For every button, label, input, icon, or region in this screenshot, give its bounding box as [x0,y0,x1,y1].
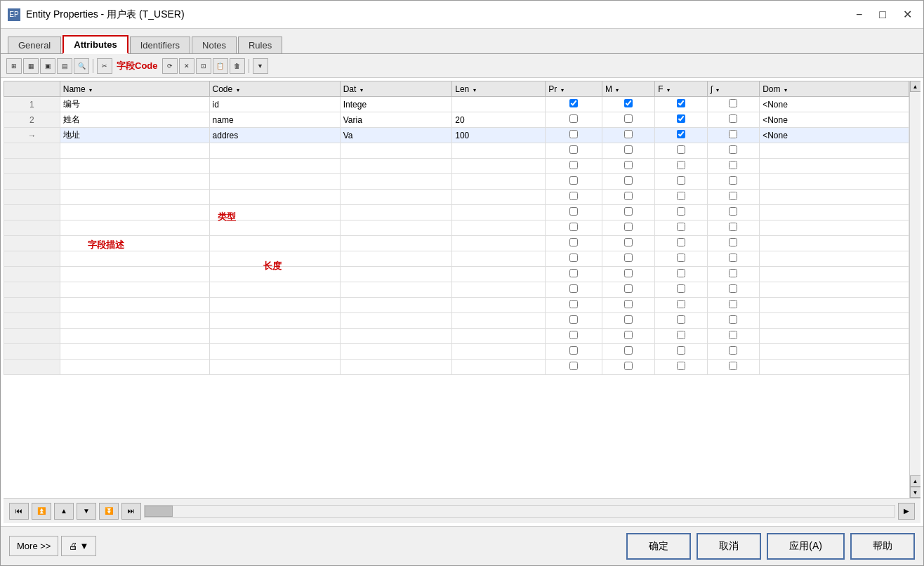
code-cell[interactable]: name [209,112,340,128]
f-cell[interactable] [655,344,707,360]
table-row[interactable]: 1编号idIntege<None [4,97,909,112]
length-cell[interactable]: 20 [452,112,546,128]
pr-checkbox[interactable] [569,223,578,231]
toolbar-btn-7[interactable]: ✕ [179,58,194,74]
code-cell[interactable] [209,282,340,298]
table-row[interactable] [4,298,909,313]
pr-cell[interactable] [546,329,602,344]
nav-prevprev-button[interactable]: ⏫ [32,503,51,520]
name-cell[interactable] [60,267,209,282]
domain-cell[interactable] [760,267,909,282]
f-cell[interactable] [655,360,707,375]
m-cell[interactable] [602,344,654,360]
pr-cell[interactable] [546,360,602,375]
table-row[interactable] [4,344,909,360]
t-cell[interactable] [707,97,759,112]
name-cell[interactable] [60,143,209,159]
table-row[interactable] [4,221,909,236]
f-cell[interactable] [655,329,707,344]
name-cell[interactable] [60,205,209,221]
name-cell[interactable] [60,344,209,360]
tab-identifiers[interactable]: Identifiers [130,37,190,54]
f-cell[interactable] [655,143,707,159]
domain-cell[interactable]: <None [760,97,909,112]
t-cell[interactable] [707,174,759,190]
toolbar-btn-cut[interactable]: ✂ [97,58,112,74]
col-header-length[interactable]: Len ▾ [452,81,546,97]
name-cell[interactable] [60,313,209,329]
length-cell[interactable] [452,329,546,344]
t-cell[interactable] [707,344,759,360]
domain-cell[interactable] [760,174,909,190]
table-row[interactable] [4,190,909,205]
f-cell[interactable] [655,251,707,267]
toolbar-btn-1[interactable]: ⊞ [6,58,22,74]
t-cell[interactable] [707,313,759,329]
m-cell[interactable] [602,267,654,282]
h-scroll-right-button[interactable]: ▶ [898,503,915,520]
tab-rules[interactable]: Rules [238,37,282,54]
t-checkbox[interactable] [729,114,737,123]
t-cell[interactable] [707,282,759,298]
m-checkbox[interactable] [624,207,633,216]
table-row[interactable] [4,267,909,282]
f-cell[interactable] [655,205,707,221]
f-checkbox[interactable] [677,176,685,185]
col-header-dom[interactable]: Dom ▾ [760,81,909,97]
m-cell[interactable] [602,112,654,128]
t-checkbox[interactable] [729,284,737,293]
pr-cell[interactable] [546,298,602,313]
code-cell[interactable] [209,205,340,221]
t-checkbox[interactable] [729,254,737,262]
t-cell[interactable] [707,205,759,221]
name-cell[interactable] [60,236,209,251]
length-cell[interactable] [452,298,546,313]
datatype-cell[interactable] [340,267,452,282]
pr-cell[interactable] [546,221,602,236]
domain-cell[interactable] [760,298,909,313]
pr-cell[interactable] [546,128,602,143]
f-cell[interactable] [655,313,707,329]
code-cell[interactable] [209,251,340,267]
pr-cell[interactable] [546,174,602,190]
f-checkbox[interactable] [677,192,685,200]
f-checkbox[interactable] [677,130,685,138]
m-checkbox[interactable] [624,346,633,355]
name-cell[interactable] [60,174,209,190]
m-checkbox[interactable] [624,161,633,169]
confirm-button[interactable]: 确定 [626,533,691,560]
code-cell[interactable] [209,298,340,313]
domain-cell[interactable] [760,236,909,251]
m-checkbox[interactable] [624,192,633,200]
table-row[interactable]: →地址addresVa100<None [4,128,909,143]
t-checkbox[interactable] [729,176,737,185]
length-cell[interactable] [452,97,546,112]
m-cell[interactable] [602,159,654,174]
col-header-datatype[interactable]: Dat ▾ [340,81,452,97]
close-button[interactable]: ✕ [899,6,916,22]
table-row[interactable] [4,313,909,329]
t-cell[interactable] [707,143,759,159]
datatype-cell[interactable] [340,344,452,360]
datatype-cell[interactable] [340,159,452,174]
scroll-down-bottom-button[interactable]: ▼ [910,487,921,498]
maximize-button[interactable]: □ [875,7,890,22]
m-cell[interactable] [602,190,654,205]
m-cell[interactable] [602,360,654,375]
m-checkbox[interactable] [624,331,633,339]
tab-general[interactable]: General [8,37,61,54]
t-checkbox[interactable] [729,315,737,324]
t-cell[interactable] [707,298,759,313]
f-cell[interactable] [655,267,707,282]
name-cell[interactable] [60,298,209,313]
col-header-t[interactable]: ∫ ▾ [707,81,759,97]
length-cell[interactable] [452,205,546,221]
horizontal-scrollbar[interactable] [144,505,895,518]
t-cell[interactable] [707,159,759,174]
datatype-cell[interactable] [340,282,452,298]
name-cell[interactable] [60,251,209,267]
nav-first-button[interactable]: ⏮ [9,503,29,520]
col-header-pr[interactable]: Pr ▾ [546,81,602,97]
datatype-cell[interactable] [340,360,452,375]
domain-cell[interactable] [760,143,909,159]
